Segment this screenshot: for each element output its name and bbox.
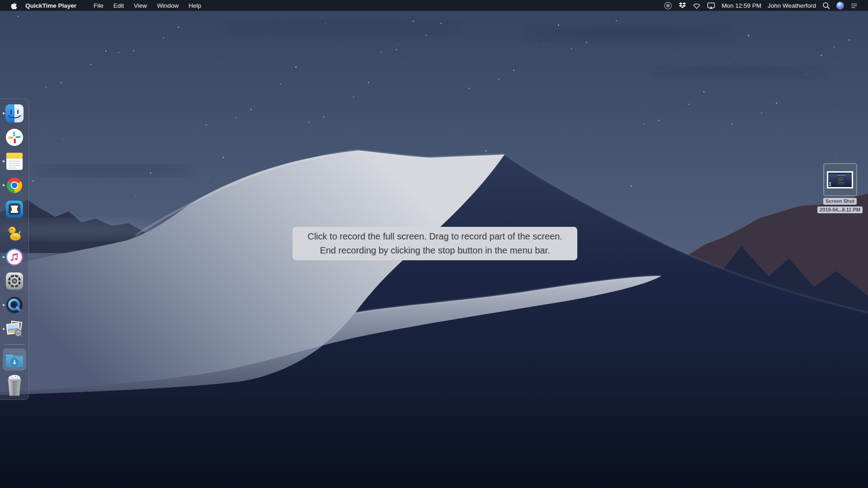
menu-edit[interactable]: Edit xyxy=(108,2,129,9)
dock-item-trash[interactable] xyxy=(0,371,29,399)
dock-item-finder[interactable] xyxy=(0,101,29,125)
active-app-name[interactable]: QuickTime Player xyxy=(25,2,76,9)
airplay-menu-item[interactable] xyxy=(707,2,715,9)
wifi-menu-item[interactable] xyxy=(693,2,701,9)
running-indicator xyxy=(3,160,5,162)
dock-item-itunes[interactable] xyxy=(0,245,29,269)
finder-icon xyxy=(5,104,24,122)
itunes-icon xyxy=(5,248,24,266)
screen-recording-stop-button[interactable] xyxy=(664,1,672,10)
search-icon xyxy=(822,2,830,9)
instruction-line1: Click to record the full screen. Drag to… xyxy=(307,230,562,244)
notification-center-button[interactable] xyxy=(850,2,858,9)
running-indicator xyxy=(3,328,5,330)
system-preferences-icon xyxy=(5,272,24,290)
instruction-line2: End recording by clicking the stop butto… xyxy=(320,244,550,258)
apple-menu[interactable] xyxy=(11,2,17,9)
menu-view[interactable]: View xyxy=(129,2,152,9)
cyberduck-icon xyxy=(5,224,24,242)
dock-divider xyxy=(4,344,25,345)
dock-item-quicktime-player[interactable] xyxy=(0,293,29,317)
dock-item-cyberduck[interactable] xyxy=(0,221,29,245)
slack-icon xyxy=(5,128,24,146)
screenshot-thumbnail xyxy=(827,171,853,188)
menu-window[interactable]: Window xyxy=(152,2,184,9)
dock-item-preview[interactable] xyxy=(0,317,29,341)
menu-help[interactable]: Help xyxy=(184,2,206,9)
quicktime-player-icon xyxy=(5,296,24,314)
running-indicator xyxy=(3,184,5,186)
file-label-line2: 2019-04...8.11 PM xyxy=(817,206,863,213)
notes-icon xyxy=(5,152,24,170)
menu-bar-clock[interactable]: Mon 12:59 PM xyxy=(722,2,761,9)
dock-item-system-preferences[interactable] xyxy=(0,269,29,293)
user-name-menu[interactable]: John Weatherford xyxy=(768,2,816,9)
dock-item-downloads-folder[interactable] xyxy=(0,347,29,371)
notification-center-icon xyxy=(850,2,858,9)
dock-item-slack[interactable] xyxy=(0,125,29,149)
file-label-line1: Screen Shot xyxy=(823,198,857,205)
airplay-display-icon xyxy=(707,2,715,9)
siri-button[interactable] xyxy=(836,2,844,9)
dock xyxy=(0,99,29,400)
screen-recording-instructions: Click to record the full screen. Drag to… xyxy=(292,227,577,260)
dock-item-chrome[interactable] xyxy=(0,173,29,197)
dock-item-window-layout-app[interactable] xyxy=(0,197,29,221)
menu-file[interactable]: File xyxy=(89,2,108,9)
desktop-file-screenshot[interactable]: Screen Shot 2019-04...8.11 PM xyxy=(812,163,868,213)
window-layout-app-icon xyxy=(5,200,24,218)
menu-bar: QuickTime Player File Edit View Window H… xyxy=(0,0,868,11)
running-indicator xyxy=(3,256,5,258)
bottom-vignette xyxy=(0,389,868,488)
chrome-icon xyxy=(5,176,24,194)
file-selection-box xyxy=(823,163,857,196)
spotlight-search-button[interactable] xyxy=(822,2,830,9)
macos-desktop: QuickTime Player File Edit View Window H… xyxy=(0,0,868,488)
dropbox-menu-item[interactable] xyxy=(679,2,686,9)
downloads-folder-icon xyxy=(4,351,25,369)
siri-icon xyxy=(836,2,844,9)
trash-full-icon xyxy=(5,375,24,396)
running-indicator xyxy=(3,304,5,306)
wifi-icon xyxy=(693,2,701,9)
running-indicator xyxy=(3,113,5,114)
preview-icon xyxy=(5,320,24,338)
dock-item-notes[interactable] xyxy=(0,149,29,173)
stop-record-icon xyxy=(664,1,672,10)
dropbox-icon xyxy=(679,2,686,9)
apple-logo-icon xyxy=(11,2,17,9)
